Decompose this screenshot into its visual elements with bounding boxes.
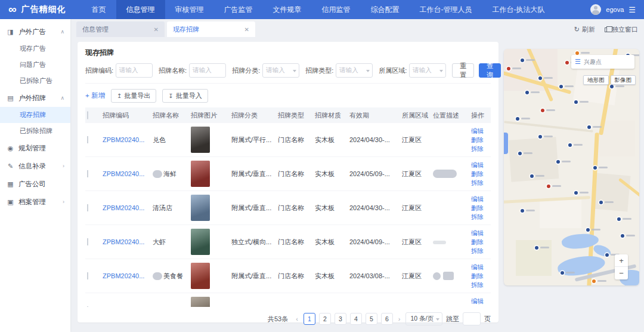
zoom-in-button[interactable]: + (615, 254, 628, 267)
close-icon[interactable]: ✕ (154, 26, 159, 33)
poi-marker[interactable] (556, 160, 560, 164)
page-button-2[interactable]: 2 (319, 313, 331, 325)
删除-link[interactable]: 删除 (471, 170, 489, 179)
poi-marker[interactable] (621, 234, 624, 238)
poi-marker[interactable] (521, 59, 524, 62)
page-button-3[interactable]: 3 (335, 313, 346, 325)
page-button-4[interactable]: 4 (350, 313, 362, 325)
poi-marker[interactable] (541, 109, 544, 112)
row-checkbox[interactable] (87, 170, 88, 177)
编辑-link[interactable]: 编辑 (471, 263, 489, 272)
poi-marker[interactable] (538, 76, 542, 80)
编辑-link[interactable]: 编辑 (471, 297, 489, 306)
filter-input-1[interactable]: 请输入 (189, 63, 226, 78)
user-avatar[interactable] (590, 4, 601, 15)
sidebar-group-户外广告[interactable]: ◨户外广告∧ (0, 23, 70, 41)
sidebar-group-规划管理[interactable]: ◉规划管理 (0, 139, 70, 157)
nav-item-广告监管[interactable]: 广告监管 (214, 0, 263, 19)
sidebar-item-现存广告[interactable]: 现存广告 (0, 41, 70, 57)
signboard-thumbnail[interactable] (191, 195, 210, 221)
nav-item-工作台-执法大队[interactable]: 工作台-执法大队 (482, 0, 555, 19)
next-page-button[interactable]: › (397, 315, 402, 322)
signboard-code-link[interactable]: ZPBM20240... (103, 136, 144, 143)
filter-input-2[interactable]: 请输入 (262, 63, 299, 78)
batch-export-button[interactable]: ↥ 批量导出 (111, 89, 156, 103)
map-search-box[interactable]: ☰ 兴趣点 (571, 55, 634, 69)
close-icon[interactable]: ✕ (244, 26, 249, 33)
编辑-link[interactable]: 编辑 (471, 127, 489, 136)
拆除-link[interactable]: 拆除 (471, 179, 489, 187)
删除-link[interactable]: 删除 (471, 306, 489, 308)
add-button[interactable]: + 新增 (85, 91, 105, 100)
sidebar-item-现存招牌[interactable]: 现存招牌 (0, 107, 70, 123)
poi-marker[interactable] (565, 61, 569, 64)
page-button-5[interactable]: 5 (366, 313, 377, 325)
删除-link[interactable]: 删除 (471, 238, 489, 247)
filter-input-0[interactable]: 请输入 (116, 63, 153, 78)
batch-import-button[interactable]: ↧ 批量导入 (162, 89, 208, 103)
map-layer-button-影像图[interactable]: 影像图 (611, 75, 636, 85)
poi-marker[interactable] (610, 85, 614, 88)
row-checkbox[interactable] (87, 238, 88, 245)
tab-现存招牌[interactable]: 现存招牌✕ (167, 21, 255, 37)
poi-marker[interactable] (547, 185, 550, 188)
编辑-link[interactable]: 编辑 (471, 161, 489, 170)
sidebar-group-信息补录[interactable]: ✎信息补录› (0, 157, 70, 175)
row-checkbox[interactable] (87, 306, 88, 307)
signboard-code-link[interactable]: ZPBM20240... (103, 204, 144, 211)
sidebar-group-广告公司[interactable]: ▦广告公司 (0, 175, 70, 193)
拆除-link[interactable]: 拆除 (471, 213, 489, 222)
拆除-link[interactable]: 拆除 (471, 145, 489, 153)
poi-marker[interactable] (559, 85, 563, 88)
refresh-button[interactable]: ↻ 刷新 (574, 25, 595, 34)
拆除-link[interactable]: 拆除 (471, 247, 489, 256)
nav-item-审核管理[interactable]: 审核管理 (165, 0, 214, 19)
poi-marker[interactable] (561, 271, 564, 275)
poi-marker[interactable] (538, 135, 542, 139)
page-button-1[interactable]: 1 (304, 313, 315, 325)
poi-marker[interactable] (586, 228, 590, 232)
page-button-6[interactable]: 6 (381, 313, 393, 325)
signboard-thumbnail[interactable] (191, 161, 210, 187)
poi-marker[interactable] (568, 143, 572, 147)
sidebar-item-问题广告[interactable]: 问题广告 (0, 57, 70, 73)
poi-marker[interactable] (617, 217, 621, 221)
poi-marker[interactable] (535, 246, 538, 250)
poi-marker[interactable] (592, 279, 596, 283)
filter-input-3[interactable]: 请输入 (336, 63, 373, 78)
zoom-out-button[interactable]: − (615, 267, 628, 279)
filter-input-4[interactable]: 请输入 (409, 63, 446, 78)
删除-link[interactable]: 删除 (471, 136, 489, 145)
row-checkbox[interactable] (87, 136, 88, 143)
poi-marker[interactable] (530, 174, 534, 178)
编辑-link[interactable]: 编辑 (471, 195, 489, 204)
poi-marker[interactable] (525, 91, 529, 94)
poi-marker[interactable] (574, 191, 578, 195)
prev-page-button[interactable]: ‹ (294, 315, 300, 322)
signboard-code-link[interactable]: ZPBM20240... (103, 272, 144, 279)
poi-marker[interactable] (574, 100, 578, 104)
row-checkbox[interactable] (87, 272, 88, 279)
nav-item-文件规章[interactable]: 文件规章 (263, 0, 312, 19)
poi-marker[interactable] (593, 166, 597, 170)
select-all-checkbox[interactable] (87, 111, 88, 119)
nav-item-首页[interactable]: 首页 (82, 0, 116, 19)
拆除-link[interactable]: 拆除 (471, 281, 489, 290)
signboard-code-link[interactable]: ZPBM20240... (103, 238, 144, 245)
poi-marker[interactable] (516, 117, 519, 121)
nav-item-信用监管[interactable]: 信用监管 (312, 0, 361, 19)
row-checkbox[interactable] (87, 204, 88, 211)
map-collapse-handle[interactable] (504, 133, 508, 154)
map-panel[interactable]: ☰ 兴趣点 地形图影像图 + − (504, 49, 639, 285)
signboard-thumbnail[interactable] (191, 229, 210, 255)
map-layer-button-地形图[interactable]: 地形图 (583, 75, 609, 85)
poi-marker[interactable] (587, 125, 591, 129)
nav-item-综合配置[interactable]: 综合配置 (361, 0, 410, 19)
nav-item-工作台-管理人员[interactable]: 工作台-管理人员 (410, 0, 482, 19)
tab-信息管理[interactable]: 信息管理✕ (76, 21, 165, 37)
编辑-link[interactable]: 编辑 (471, 229, 489, 238)
poi-marker[interactable] (521, 209, 524, 213)
sidebar-item-已拆除广告[interactable]: 已拆除广告 (0, 73, 70, 89)
search-button[interactable]: 查询 (479, 63, 501, 78)
poi-marker[interactable] (605, 253, 609, 257)
